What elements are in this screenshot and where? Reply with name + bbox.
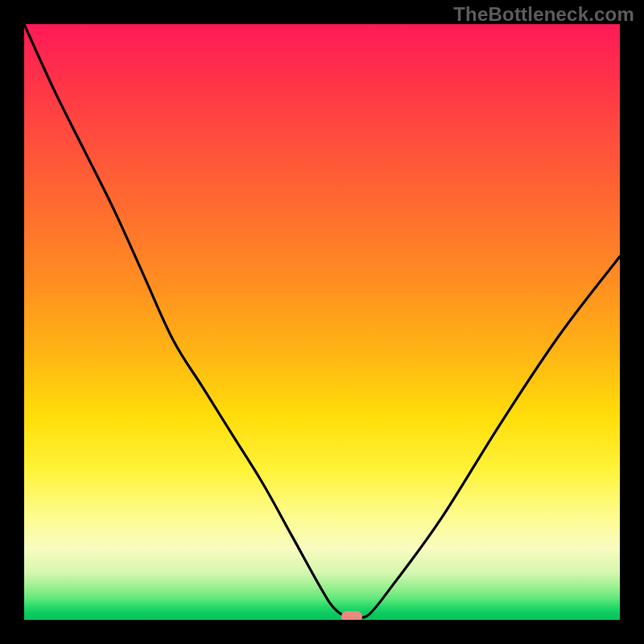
bottleneck-curve — [24, 24, 620, 620]
plot-area — [24, 24, 620, 620]
minimum-marker — [341, 611, 362, 620]
chart-frame: TheBottleneck.com — [0, 0, 644, 644]
watermark-text: TheBottleneck.com — [453, 3, 634, 26]
